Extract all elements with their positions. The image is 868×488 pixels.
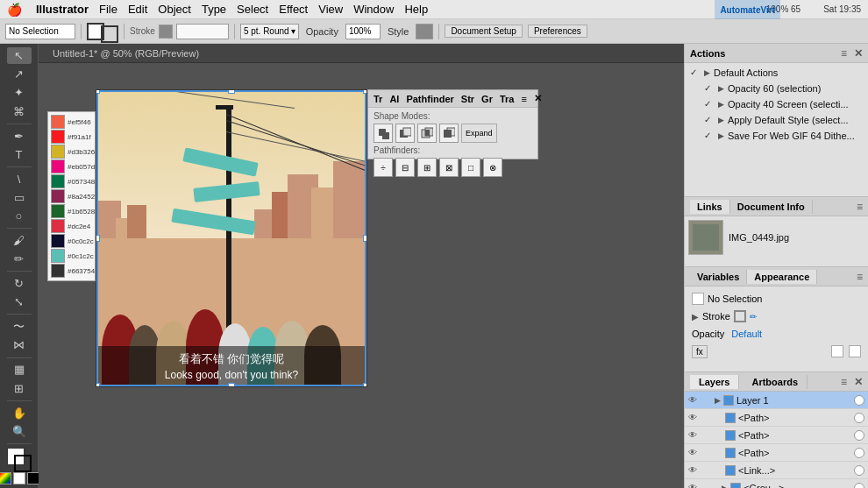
swatch-color-9[interactable] xyxy=(51,249,65,263)
layer-row-link[interactable]: 👁 <Link...> xyxy=(685,462,868,479)
action-expand-1[interactable]: ▶ xyxy=(718,84,724,93)
swatch-color-8[interactable] xyxy=(51,234,65,248)
layer-row-path1[interactable]: 👁 <Path> xyxy=(685,409,868,427)
style-box[interactable] xyxy=(416,24,433,39)
layer-expand-0[interactable]: ▶ xyxy=(715,396,721,405)
swatch-color-5[interactable] xyxy=(51,189,65,203)
layer-row-path3[interactable]: 👁 <Path> xyxy=(685,444,868,462)
appearance-tab[interactable]: Appearance xyxy=(747,270,817,284)
color-mode[interactable] xyxy=(0,472,11,484)
action-expand-0[interactable]: ▶ xyxy=(704,68,710,77)
paintbrush-tool[interactable]: 🖌 xyxy=(7,232,32,249)
layer-eye-5[interactable]: 👁 xyxy=(688,483,699,488)
menu-window[interactable]: Window xyxy=(353,3,394,16)
menu-file[interactable]: File xyxy=(99,3,117,16)
hand-tool[interactable]: ✋ xyxy=(7,405,32,421)
type-tool[interactable]: T xyxy=(7,146,32,163)
scale-tool[interactable]: ⤡ xyxy=(7,294,32,310)
expand-icon[interactable]: ▶ xyxy=(692,312,699,322)
white-mode[interactable] xyxy=(13,472,25,484)
layer-eye-0[interactable]: 👁 xyxy=(688,395,699,405)
layer-eye-2[interactable]: 👁 xyxy=(688,430,699,440)
handle-mr[interactable] xyxy=(363,235,367,242)
swatch-color-6[interactable] xyxy=(51,204,65,218)
menu-edit[interactable]: Edit xyxy=(128,3,147,16)
links-menu-icon[interactable]: ≡ xyxy=(857,201,863,213)
actions-menu-icon[interactable]: ≡ xyxy=(841,47,847,60)
intersect-btn[interactable] xyxy=(417,124,437,143)
apple-icon[interactable]: 🍎 xyxy=(7,3,22,17)
trim-btn[interactable]: ⊟ xyxy=(395,158,415,177)
action-row-default[interactable]: ✓ ▶ Default Actions xyxy=(687,65,866,81)
xor-btn[interactable]: ⊗ xyxy=(483,158,502,177)
action-row-0[interactable]: ✓ ▶ Opacity 60 (selection) xyxy=(687,81,866,96)
warp-tool[interactable]: 〜 xyxy=(7,318,32,335)
rect-tool[interactable]: ▭ xyxy=(7,189,32,206)
stroke-edit-icon[interactable]: ✏ xyxy=(750,312,757,322)
handle-br[interactable] xyxy=(363,383,367,387)
fill-stroke-selector[interactable] xyxy=(7,448,32,467)
handle-tm[interactable] xyxy=(228,89,235,94)
action-expand-3[interactable]: ▶ xyxy=(718,116,724,124)
action-expand-4[interactable]: ▶ xyxy=(718,131,724,140)
column-graph-tool[interactable]: ▦ xyxy=(7,361,32,378)
outline-btn[interactable]: □ xyxy=(461,158,480,177)
actions-close-icon[interactable]: ✕ xyxy=(854,47,863,60)
layers-menu-icon[interactable]: ≡ xyxy=(841,376,847,388)
zoom-tool[interactable]: 🔍 xyxy=(7,423,32,440)
handle-bm[interactable] xyxy=(228,383,235,387)
swatch-color-2[interactable] xyxy=(51,145,65,159)
doc-setup-button[interactable]: Document Setup xyxy=(445,25,523,38)
selection-tool[interactable]: ↖ xyxy=(7,47,32,64)
lasso-tool[interactable]: ⌘ xyxy=(7,103,32,120)
expand-button[interactable]: Expand xyxy=(461,124,497,143)
menu-select[interactable]: Select xyxy=(237,3,268,16)
stroke-box[interactable] xyxy=(14,455,32,472)
layer-circle-1[interactable] xyxy=(854,413,864,423)
pf-tab-tr[interactable]: Tr xyxy=(374,94,382,104)
action-row-2[interactable]: ✓ ▶ Apply Default Style (select... xyxy=(687,112,866,128)
preferences-button[interactable]: Preferences xyxy=(528,25,587,38)
canvas-tab[interactable]: Untitled-1* @ 50% (RGB/Preview) xyxy=(46,46,206,60)
pf-tab-al[interactable]: Al xyxy=(389,94,399,104)
swatch-color-7[interactable] xyxy=(51,219,65,233)
artboard-area[interactable]: #ef5f46 #f91a1f #d3b326 #eb057d #057348 xyxy=(39,63,684,488)
brush-dropdown[interactable]: 5 pt. Round ▾ xyxy=(240,24,299,39)
pf-tab-tra[interactable]: Tra xyxy=(500,94,515,104)
pencil-tool[interactable]: ✏ xyxy=(7,251,32,267)
handle-tl[interactable] xyxy=(96,89,100,94)
menu-illustrator[interactable]: Illustrator xyxy=(36,3,89,16)
divide-btn[interactable]: ÷ xyxy=(374,158,393,177)
delete-effect-btn[interactable] xyxy=(849,345,861,357)
fx-button[interactable]: fx xyxy=(692,345,708,358)
pen-tool[interactable]: ✒ xyxy=(7,127,32,144)
doc-info-tab[interactable]: Document Info xyxy=(730,200,813,214)
minus-front-btn[interactable] xyxy=(395,124,415,143)
menu-object[interactable]: Object xyxy=(158,3,191,16)
layer-circle-3[interactable] xyxy=(854,448,864,458)
swatch-color-0[interactable] xyxy=(51,115,65,129)
layers-close-icon[interactable]: ✕ xyxy=(854,376,863,388)
variables-tab[interactable]: Variables xyxy=(690,270,747,284)
artboards-tab[interactable]: Artboards xyxy=(743,375,808,389)
exclude-btn[interactable] xyxy=(439,124,459,143)
line-tool[interactable]: \ xyxy=(7,171,32,187)
menu-type[interactable]: Type xyxy=(202,3,226,16)
layer-row-layer1[interactable]: 👁 ▶ Layer 1 xyxy=(685,392,868,409)
ellipse-tool[interactable]: ○ xyxy=(7,208,32,224)
artboard[interactable]: 看着不错 你们觉得呢 Looks good, don't you think? xyxy=(96,89,367,387)
none-mode[interactable] xyxy=(27,472,39,484)
action-row-1[interactable]: ✓ ▶ Opacity 40 Screen (selecti... xyxy=(687,96,866,112)
layer-expand-5[interactable]: ▶ xyxy=(722,484,728,489)
layer-eye-4[interactable]: 👁 xyxy=(688,465,699,475)
layer-circle-4[interactable] xyxy=(854,465,864,476)
menu-help[interactable]: Help xyxy=(404,3,428,16)
stroke-color-box[interactable] xyxy=(176,24,229,39)
stroke-indicator[interactable] xyxy=(101,25,118,43)
rotate-tool[interactable]: ↻ xyxy=(7,275,32,292)
direct-select-tool[interactable]: ↗ xyxy=(7,66,32,82)
layer-circle-5[interactable] xyxy=(854,483,864,489)
magic-wand-tool[interactable]: ✦ xyxy=(7,84,32,101)
menu-view[interactable]: View xyxy=(318,3,343,16)
swatch-color-3[interactable] xyxy=(51,159,65,173)
